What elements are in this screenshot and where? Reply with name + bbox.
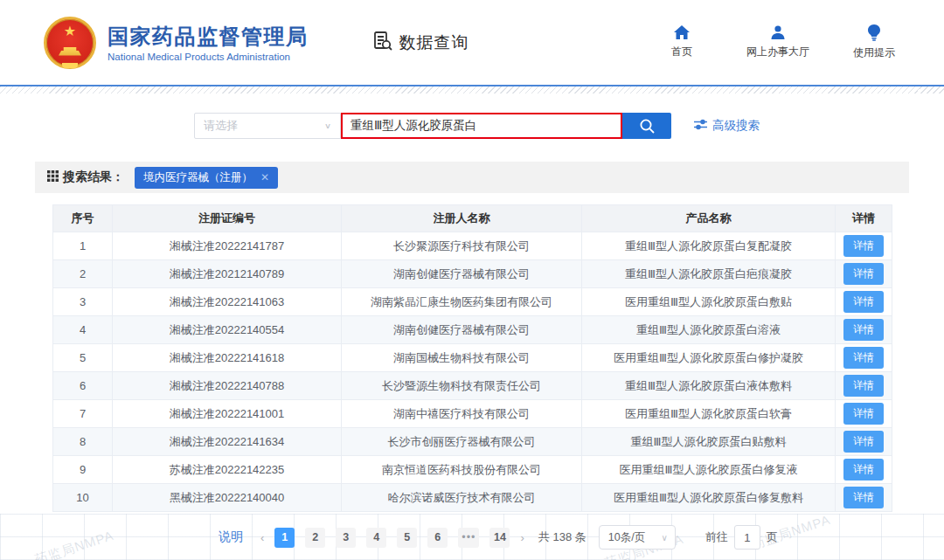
category-select-placeholder: 请选择 <box>204 118 324 134</box>
col-header-detail: 详情 <box>836 205 892 232</box>
emblem-gate-icon <box>59 47 81 56</box>
cert-number: 湘械注准20222141063 <box>113 288 342 316</box>
detail-button[interactable]: 详情 <box>843 431 884 453</box>
page-button[interactable]: 1 <box>274 528 295 548</box>
row-number: 3 <box>53 288 113 316</box>
page-button[interactable]: 2 <box>305 528 325 548</box>
col-header-product: 产品名称 <box>582 205 836 232</box>
org-title-block: 国家药品监督管理局 National Medical Products Admi… <box>108 24 309 62</box>
detail-button[interactable]: 详情 <box>843 403 884 425</box>
note-link[interactable]: 说明 <box>219 529 243 545</box>
detail-button[interactable]: 详情 <box>843 263 884 285</box>
advanced-search-link[interactable]: 高级搜索 <box>694 118 760 134</box>
data-query-title: 数据查询 <box>371 30 469 56</box>
table-row: 7 湘械注准20222141001 湖南中禧医疗科技有限公司 医用重组Ⅲ型人源化… <box>53 400 892 428</box>
product-name: 重组Ⅲ型人源化胶原蛋白疤痕凝胶 <box>582 260 836 288</box>
cert-number: 苏械注准20222142235 <box>113 456 342 484</box>
results-table-wrap: 序号 注册证编号 注册人名称 产品名称 详情 1 湘械注准20222141787… <box>52 204 892 512</box>
row-number: 1 <box>53 232 113 260</box>
nav-item-online-hall[interactable]: 网上办事大厅 <box>746 24 809 60</box>
page-buttons: 123456•••14 <box>269 528 515 548</box>
category-select[interactable]: 请选择 ∨ <box>194 113 341 139</box>
cert-number: 湘械注准20222141787 <box>113 232 342 260</box>
nav-item-home[interactable]: 首页 <box>657 24 706 60</box>
table-row: 8 湘械注准20222141634 长沙市创丽医疗器械有限公司 重组Ⅲ型人源化胶… <box>53 428 892 456</box>
product-name: 重组Ⅲ型人源化胶原蛋白液体敷料 <box>582 372 836 400</box>
nav-label: 首页 <box>671 45 692 59</box>
search-bar: 请选择 ∨ 高级搜索 <box>194 113 944 139</box>
registrant-name: 南京恒道医药科技股份有限公司 <box>342 456 582 484</box>
page-button[interactable]: 4 <box>366 528 386 548</box>
close-icon[interactable]: ✕ <box>260 171 269 183</box>
cert-number: 湘械注准20222140788 <box>113 372 342 400</box>
table-header-row: 序号 注册证编号 注册人名称 产品名称 详情 <box>53 205 892 232</box>
product-name: 医用重组Ⅲ型人源化胶原蛋白敷贴 <box>582 288 836 316</box>
detail-button[interactable]: 详情 <box>843 459 884 480</box>
grid-icon <box>47 170 59 184</box>
registrant-name: 湖南紫晶汇康生物医药集团有限公司 <box>342 288 582 316</box>
search-input[interactable] <box>343 114 621 137</box>
cert-number: 湘械注准20212140789 <box>113 260 342 288</box>
detail-button[interactable]: 详情 <box>843 347 884 369</box>
results-bar: 搜索结果： 境内医疗器械（注册） ✕ <box>35 162 909 193</box>
table-row: 3 湘械注准20222141063 湖南紫晶汇康生物医药集团有限公司 医用重组Ⅲ… <box>53 288 892 316</box>
top-nav: 首页 网上办事大厅 使用提示 <box>657 24 909 60</box>
row-number: 7 <box>53 400 113 428</box>
registrant-name: 湖南中禧医疗科技有限公司 <box>342 400 582 428</box>
col-header-cert: 注册证编号 <box>113 205 342 232</box>
page-size-select[interactable]: 10条/页 ∨ <box>599 525 676 550</box>
prev-page-icon[interactable]: ‹ <box>255 531 269 544</box>
table-row: 5 湘械注准20222141618 湖南国械生物科技有限公司 医用重组Ⅲ型人源化… <box>53 344 892 372</box>
search-input-annotation-box <box>341 113 622 139</box>
registrant-name: 长沙聚源医疗科技有限公司 <box>342 232 582 260</box>
detail-button[interactable]: 详情 <box>843 487 884 508</box>
user-icon <box>769 24 787 40</box>
detail-button[interactable]: 详情 <box>843 375 884 397</box>
emblem-ribbon <box>62 63 78 68</box>
product-name: 医用重组Ⅲ型人源化胶原蛋白软膏 <box>582 400 836 428</box>
product-name: 医用重组Ⅲ型人源化胶原蛋白修护凝胶 <box>582 344 836 372</box>
chevron-down-icon: ∨ <box>661 533 667 543</box>
row-number: 2 <box>53 260 113 288</box>
registrant-name: 长沙暨源生物科技有限责任公司 <box>342 372 582 400</box>
nav-item-usage-tips[interactable]: 使用提示 <box>850 24 899 60</box>
page-button[interactable]: 5 <box>397 528 417 548</box>
national-emblem-logo: ★ <box>44 17 96 69</box>
cert-number: 湘械注准20222140554 <box>113 316 342 344</box>
goto-suffix: 页 <box>767 529 778 545</box>
pagination: 说明 ‹ 123456•••14 › 共 138 条 10条/页 ∨ 前往 页 <box>219 525 892 550</box>
document-search-icon <box>371 30 394 56</box>
registrant-name: 长沙市创丽医疗器械有限公司 <box>342 428 582 456</box>
row-number: 8 <box>53 428 113 456</box>
page-button[interactable]: 14 <box>489 528 510 548</box>
header: ★ 国家药品监督管理局 National Medical Products Ad… <box>0 0 944 85</box>
cert-number: 湘械注准20222141001 <box>113 400 342 428</box>
home-icon <box>673 24 691 40</box>
detail-button[interactable]: 详情 <box>843 319 884 341</box>
goto-page-input[interactable] <box>734 525 760 550</box>
page-button[interactable]: 3 <box>336 528 356 548</box>
cert-number: 黑械注准20222140040 <box>113 484 342 512</box>
emblem-star-icon: ★ <box>64 24 76 38</box>
product-name: 重组Ⅲ型人源化胶原蛋白复配凝胶 <box>582 232 836 260</box>
data-query-label: 数据查询 <box>399 31 469 54</box>
row-number: 10 <box>53 484 113 512</box>
next-page-icon[interactable]: › <box>515 531 529 544</box>
cert-number: 湘械注准20222141634 <box>113 428 342 456</box>
row-number: 4 <box>53 316 113 344</box>
product-name: 医用重组Ⅲ型人源化胶原蛋白修复液 <box>582 456 836 484</box>
page-button[interactable]: 6 <box>427 528 448 548</box>
search-button[interactable] <box>622 113 671 139</box>
sliders-icon <box>694 119 707 133</box>
goto-label: 前往 <box>705 529 728 545</box>
product-name: 医用重组Ⅲ型人源化胶原蛋白修复敷料 <box>582 484 836 512</box>
detail-button[interactable]: 详情 <box>843 235 884 257</box>
filter-tag-domestic-device[interactable]: 境内医疗器械（注册） ✕ <box>135 167 278 189</box>
page-button[interactable]: ••• <box>458 528 479 548</box>
detail-button[interactable]: 详情 <box>843 291 884 313</box>
filter-tag-label: 境内医疗器械（注册） <box>143 170 253 185</box>
org-name-en: National Medical Products Administration <box>108 52 309 62</box>
table-row: 9 苏械注准20222142235 南京恒道医药科技股份有限公司 医用重组Ⅲ型人… <box>53 456 892 484</box>
results-label-text: 搜索结果： <box>63 169 124 185</box>
total-count: 共 138 条 <box>538 529 587 545</box>
